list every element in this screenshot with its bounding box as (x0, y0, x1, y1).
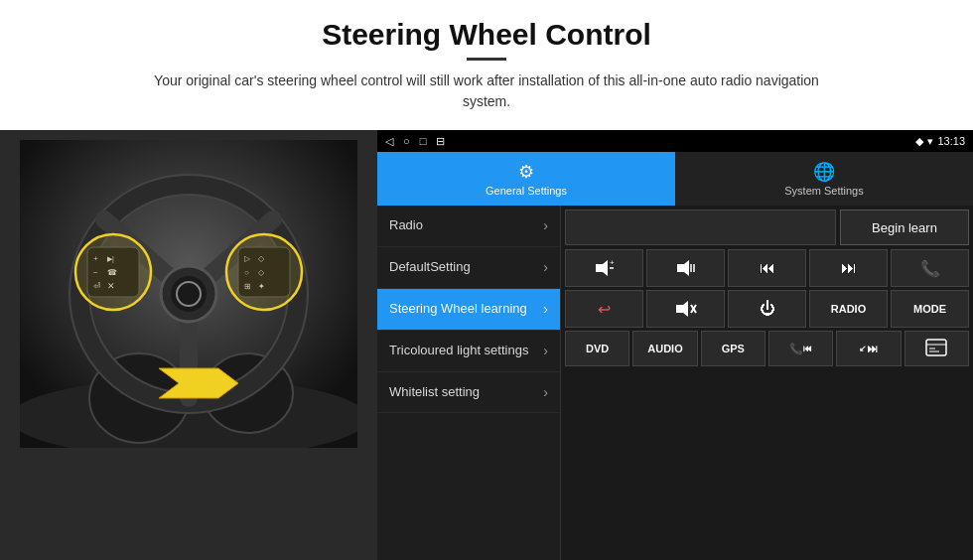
gear-icon: ⚙ (518, 161, 534, 183)
chevron-icon: › (543, 301, 548, 317)
chevron-icon: › (543, 217, 548, 233)
steering-wheel-svg: + ▶| − ☎ ⏎ ✕ ▷ ◇ ○ ◇ ⊞ ✦ (20, 140, 357, 448)
radio-row: Begin learn (565, 210, 969, 245)
menu-item-radio[interactable]: Radio › (377, 206, 560, 247)
chevron-icon: › (543, 384, 548, 400)
status-bar: ◁ ○ □ ⊟ ◆ ▾ 13:13 (377, 130, 973, 152)
time-display: 13:13 (937, 135, 965, 147)
status-bar-info: ◆ ▾ 13:13 (915, 135, 965, 148)
vol-up-button[interactable]: + (565, 249, 643, 287)
gps-button[interactable]: GPS (701, 331, 765, 366)
svg-marker-31 (596, 260, 608, 276)
control-grid-row2: ↩ ⏻ RADIO MODE (565, 290, 969, 328)
menu-icon[interactable]: ⊟ (436, 135, 445, 148)
chevron-icon: › (543, 343, 548, 358)
tab-system-label: System Settings (784, 185, 863, 197)
recents-icon[interactable]: □ (420, 135, 427, 147)
control-panel: Begin learn + ⏮ ⏭ 📞 (561, 206, 973, 560)
mute-button[interactable] (646, 290, 725, 328)
audio-button[interactable]: AUDIO (632, 331, 697, 366)
tab-general-settings[interactable]: ⚙ General Settings (377, 152, 675, 206)
extra-button[interactable] (904, 331, 969, 366)
page-subtitle: Your original car's steering wheel contr… (129, 70, 844, 112)
call-end-button[interactable]: ↩ (565, 290, 643, 328)
title-divider (467, 58, 506, 61)
main-area: Radio › DefaultSetting › Steering Wheel … (377, 206, 973, 560)
dvd-button[interactable]: DVD (565, 331, 629, 366)
back-icon[interactable]: ◁ (385, 135, 393, 148)
status-bar-nav-icons: ◁ ○ □ ⊟ (385, 135, 445, 148)
radio-button[interactable]: RADIO (809, 290, 888, 328)
android-panel: ◁ ○ □ ⊟ ◆ ▾ 13:13 ⚙ General Settings (377, 130, 973, 560)
svg-rect-40 (926, 340, 946, 355)
menu-panel: Radio › DefaultSetting › Steering Wheel … (377, 206, 561, 560)
tab-system-settings[interactable]: 🌐 System Settings (675, 152, 973, 206)
page-container: Steering Wheel Control Your original car… (0, 0, 973, 560)
menu-item-steering[interactable]: Steering Wheel learning › (377, 289, 560, 331)
svg-text:+: + (610, 260, 615, 267)
mode-button[interactable]: MODE (891, 290, 969, 328)
next-track-button[interactable]: ⏭ (809, 249, 888, 287)
wifi-icon: ▾ (927, 135, 933, 148)
phone-button[interactable]: 📞 (891, 249, 969, 287)
menu-item-default[interactable]: DefaultSetting › (377, 247, 560, 289)
chevron-icon: › (543, 259, 548, 275)
location-icon: ◆ (915, 135, 923, 148)
begin-learn-button[interactable]: Begin learn (840, 210, 969, 245)
power-button[interactable]: ⏻ (728, 290, 806, 328)
phone-next-button[interactable]: ↙⏭ (836, 331, 901, 366)
svg-marker-37 (676, 301, 688, 317)
svg-point-28 (75, 234, 151, 310)
svg-marker-34 (677, 260, 689, 276)
page-title: Steering Wheel Control (60, 18, 913, 52)
svg-point-29 (226, 234, 302, 310)
control-grid-row1: + ⏮ ⏭ 📞 (565, 249, 969, 287)
home-icon[interactable]: ○ (403, 135, 410, 147)
header-section: Steering Wheel Control Your original car… (0, 0, 973, 122)
content-row: + ▶| − ☎ ⏎ ✕ ▷ ◇ ○ ◇ ⊞ ✦ (0, 130, 973, 560)
prev-track-button[interactable]: ⏮ (728, 249, 806, 287)
menu-item-whitelist[interactable]: Whitelist setting › (377, 372, 560, 414)
bottom-grid: DVD AUDIO GPS 📞⏮ ↙⏭ (565, 331, 969, 366)
menu-item-tricolour[interactable]: Tricoloured light settings › (377, 331, 560, 372)
radio-display-box (565, 210, 836, 245)
photo-panel: + ▶| − ☎ ⏎ ✕ ▷ ◇ ○ ◇ ⊞ ✦ (0, 130, 377, 560)
tab-bar: ⚙ General Settings 🌐 System Settings (377, 152, 973, 206)
phone-prev-button[interactable]: 📞⏮ (768, 331, 833, 366)
tab-general-label: General Settings (486, 185, 567, 197)
vol-down-button[interactable] (646, 249, 725, 287)
globe-icon: 🌐 (813, 161, 835, 183)
